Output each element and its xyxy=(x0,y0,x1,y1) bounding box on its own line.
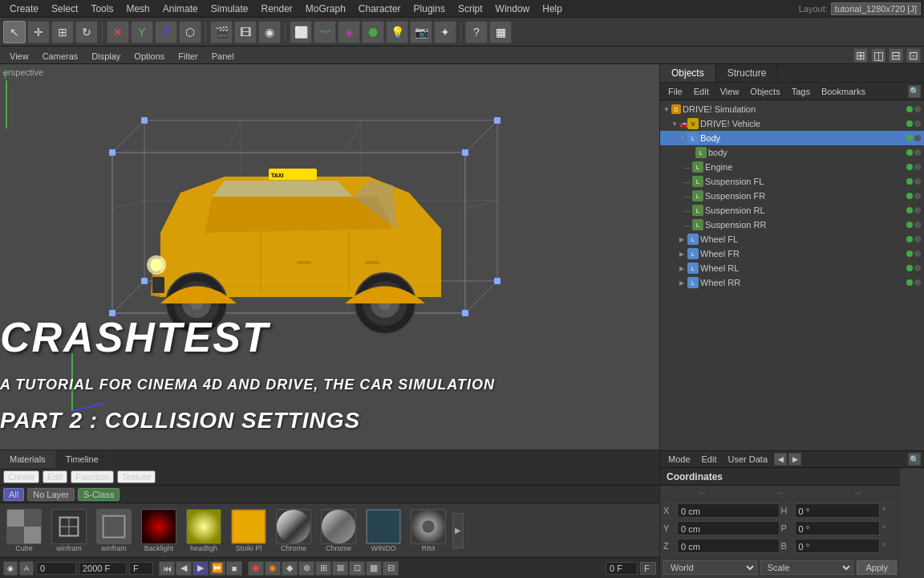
tool-move[interactable]: ↖ xyxy=(3,21,26,43)
playback-options5[interactable]: ▦ xyxy=(366,561,382,576)
material-windo[interactable]: WINDO xyxy=(363,509,404,552)
tool-scale2[interactable]: ⊞ xyxy=(51,21,74,43)
attr-userdata-tab[interactable]: User Data xyxy=(723,454,773,465)
mat-edit-btn[interactable]: Edit xyxy=(43,470,67,483)
playback-prev[interactable]: ◀ xyxy=(176,561,192,576)
playback-options2[interactable]: ⊞ xyxy=(315,561,331,576)
coord-p-value[interactable]: 0 ° xyxy=(795,521,881,535)
coord-b-value[interactable]: 0 ° xyxy=(795,539,881,553)
playback-options[interactable]: ⊕ xyxy=(298,561,314,576)
view-icon-4[interactable]: ⊡ xyxy=(906,48,921,63)
menu-create[interactable]: Create xyxy=(3,0,45,18)
current-frame-display[interactable]: 0 F xyxy=(606,562,638,575)
attr-search-btn[interactable]: 🔍 xyxy=(908,453,921,466)
obj-view-btn[interactable]: View xyxy=(715,86,744,97)
anim-auto-btn[interactable]: A xyxy=(19,561,34,576)
tree-item-wheel-rl[interactable]: ▶ L Wheel RL xyxy=(660,261,924,275)
object-tree[interactable]: ▼ D DRIVE! Simulation ▼ 🚗 V DRIVE! Vehic… xyxy=(660,100,924,450)
menu-script[interactable]: Script xyxy=(452,0,489,18)
playback-next[interactable]: ⏩ xyxy=(209,561,225,576)
tree-item-drive-vehicle[interactable]: ▼ 🚗 V DRIVE! Vehicle xyxy=(660,116,924,131)
tool-nurbs[interactable]: ◈ xyxy=(338,21,360,43)
menu-window[interactable]: Window xyxy=(489,0,537,18)
filter-all[interactable]: All xyxy=(3,488,24,501)
tool-xyz[interactable]: ⬡ xyxy=(179,21,201,43)
coords-scale-dropdown[interactable]: Scale xyxy=(760,560,854,575)
tab-materials[interactable]: Materials xyxy=(0,450,56,468)
tool-x[interactable]: ✕ xyxy=(107,21,129,43)
tree-item-body-mesh[interactable]: L body xyxy=(660,145,924,160)
obj-file-btn[interactable]: File xyxy=(663,86,687,97)
coord-x-pos-value[interactable]: 0 cm xyxy=(677,503,780,518)
material-cube[interactable]: Cube xyxy=(3,509,45,552)
tool-clapper[interactable]: 🎬 xyxy=(210,21,233,43)
playback-play[interactable]: ▶ xyxy=(192,561,209,576)
obj-tags-btn[interactable]: Tags xyxy=(787,86,815,97)
tree-item-susp-fr[interactable]: — L Suspension FR xyxy=(660,189,924,203)
menu-plugins[interactable]: Plugins xyxy=(407,0,452,18)
tree-item-wheel-fl[interactable]: ▶ L Wheel FL xyxy=(660,232,924,246)
tree-item-susp-rr[interactable]: — L Suspension RR xyxy=(660,218,924,232)
tree-item-susp-rl[interactable]: — L Suspension RL xyxy=(660,203,924,218)
view-icon-1[interactable]: ⊞ xyxy=(853,48,868,63)
menu-select[interactable]: Select xyxy=(45,0,84,18)
material-backlight[interactable]: Backlight xyxy=(138,509,180,552)
playback-stop[interactable]: ■ xyxy=(226,561,242,576)
playback-begin[interactable]: ⏮ xyxy=(159,561,175,576)
tool-help[interactable]: ? xyxy=(465,21,488,43)
view-btn-filter[interactable]: Filter xyxy=(172,47,204,63)
coord-y-pos-value[interactable]: 0 cm xyxy=(677,521,780,535)
playback-options6[interactable]: ⊟ xyxy=(383,561,399,576)
playback-options4[interactable]: ⊡ xyxy=(349,561,365,576)
material-chrome2[interactable]: Chrome xyxy=(318,509,359,552)
view-btn-panel[interactable]: Panel xyxy=(205,47,241,63)
tool-deform[interactable]: ⬣ xyxy=(362,21,384,43)
playback-record2[interactable]: ◉ xyxy=(265,561,281,576)
tree-item-susp-fl[interactable]: — L Suspension FL xyxy=(660,174,924,189)
tab-objects[interactable]: Objects xyxy=(660,64,716,82)
menu-tools[interactable]: Tools xyxy=(84,0,120,18)
playback-options3[interactable]: ⊠ xyxy=(332,561,348,576)
tool-film[interactable]: 🎞 xyxy=(234,21,257,43)
attr-edit-tab[interactable]: Edit xyxy=(697,454,722,465)
material-headlight[interactable]: headligh xyxy=(183,509,225,552)
view-btn-options[interactable]: Options xyxy=(128,47,171,63)
frame-start[interactable]: 0 xyxy=(36,562,76,575)
menu-simulate[interactable]: Simulate xyxy=(205,0,255,18)
tree-item-engine[interactable]: — L Engine xyxy=(660,160,924,174)
tool-particles[interactable]: ✦ xyxy=(434,21,456,43)
menu-animate[interactable]: Animate xyxy=(156,0,205,18)
tree-item-wheel-fr[interactable]: ▶ L Wheel FR xyxy=(660,246,924,261)
tool-scene[interactable]: 💡 xyxy=(386,21,408,43)
view-btn-cameras[interactable]: Cameras xyxy=(36,47,85,63)
coord-h-value[interactable]: 0 ° xyxy=(795,503,881,518)
objects-search-btn[interactable]: 🔍 xyxy=(908,85,921,98)
menu-character[interactable]: Character xyxy=(352,0,407,18)
attr-mode-tab[interactable]: Mode xyxy=(663,454,695,465)
playback-record[interactable]: ◉ xyxy=(248,561,264,576)
material-winfram1[interactable]: winfram xyxy=(48,509,90,552)
tab-structure[interactable]: Structure xyxy=(716,64,779,82)
menu-mograph[interactable]: MoGraph xyxy=(299,0,352,18)
tree-item-body[interactable]: ▼ L Body xyxy=(660,131,924,145)
tool-y[interactable]: Y xyxy=(131,21,153,43)
material-stoiki[interactable]: Stoiki Pl xyxy=(228,509,270,552)
mat-texture-btn[interactable]: Texture xyxy=(117,470,156,483)
tree-item-wheel-rr[interactable]: ▶ L Wheel RR xyxy=(660,275,924,290)
view-btn-view[interactable]: View xyxy=(3,47,35,63)
mat-function-btn[interactable]: Function xyxy=(71,470,114,483)
attr-nav-right[interactable]: ▶ xyxy=(788,453,801,466)
menu-help[interactable]: Help xyxy=(536,0,569,18)
tool-rotate[interactable]: ↻ xyxy=(75,21,98,43)
tree-item-drive-sim[interactable]: ▼ D DRIVE! Simulation xyxy=(660,102,924,116)
obj-bookmarks-btn[interactable]: Bookmarks xyxy=(817,86,870,97)
mat-create-btn[interactable]: Create xyxy=(3,470,39,483)
tab-timeline[interactable]: Timeline xyxy=(56,450,109,468)
tool-spline[interactable]: 〰 xyxy=(314,21,336,43)
filter-sclass[interactable]: S-Class xyxy=(78,488,120,501)
tool-cube[interactable]: ⬜ xyxy=(290,21,312,43)
view-icon-3[interactable]: ⊟ xyxy=(889,48,903,63)
tool-render[interactable]: ▦ xyxy=(489,21,512,43)
coord-z-pos-value[interactable]: 0 cm xyxy=(677,539,780,553)
tool-z[interactable]: Z xyxy=(155,21,177,43)
